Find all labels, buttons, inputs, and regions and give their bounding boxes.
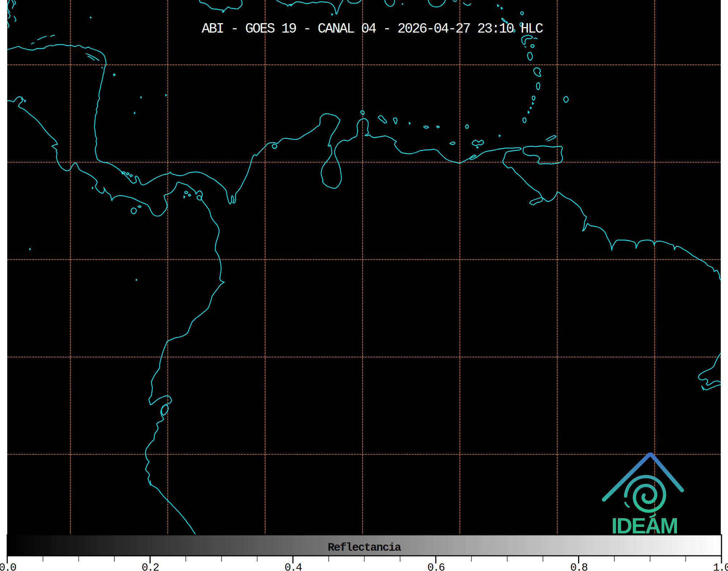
svg-text:0.0: 0.0 bbox=[0, 562, 16, 571]
svg-text:0.2: 0.2 bbox=[142, 562, 159, 571]
svg-text:ABI - GOES 19 - CANAL 04 - 202: ABI - GOES 19 - CANAL 04 - 2026-04-27 23… bbox=[202, 21, 543, 37]
svg-text:0.8: 0.8 bbox=[570, 562, 588, 571]
svg-text:0.6: 0.6 bbox=[428, 562, 445, 571]
svg-text:IDEAM: IDEAM bbox=[611, 513, 678, 538]
svg-text:0.4: 0.4 bbox=[285, 562, 302, 571]
svg-text:Reflectancia: Reflectancia bbox=[328, 541, 401, 554]
svg-text:1.0: 1.0 bbox=[713, 562, 728, 571]
